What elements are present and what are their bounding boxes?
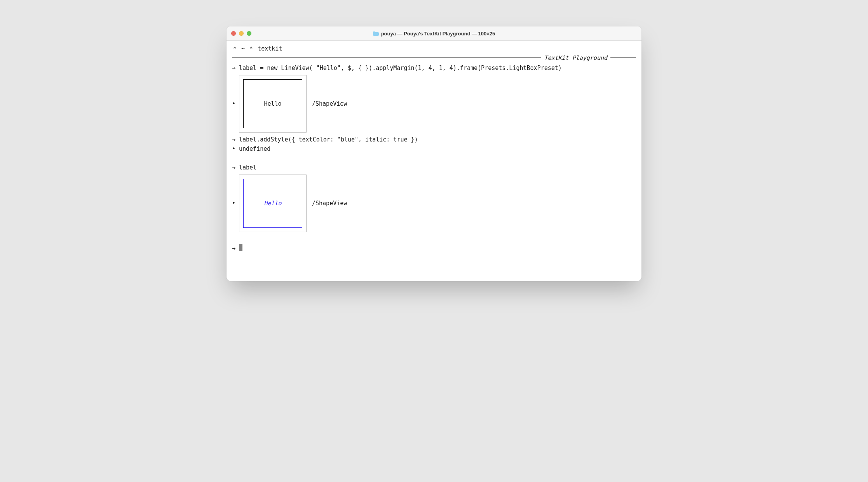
- titlebar[interactable]: pouya — Pouya's TextKit Playground — 100…: [227, 26, 641, 41]
- prompt-arrow-icon: →: [232, 244, 239, 253]
- repl-command-3: label: [239, 163, 256, 172]
- repl-output-2: • undefined: [232, 144, 636, 154]
- minimize-icon[interactable]: [239, 31, 244, 36]
- window-title: pouya — Pouya's TextKit Playground — 100…: [227, 31, 641, 37]
- close-icon[interactable]: [231, 31, 236, 36]
- traffic-lights: [231, 31, 251, 36]
- shapeview-inner-box-blue: Hello: [243, 179, 302, 228]
- banner-rule: TextKit Playground: [232, 53, 636, 63]
- repl-output-3: • Hello /ShapeView: [232, 175, 636, 232]
- shapeview-text-styled: Hello: [264, 199, 281, 208]
- repl-input-3: → label: [232, 163, 636, 172]
- shapeview-outer-box: Hello: [239, 75, 307, 133]
- prompt-arrow-icon: →: [232, 63, 239, 73]
- terminal-body[interactable]: ＊ ~ ＊ textkit TextKit Playground → label…: [227, 41, 641, 281]
- output-value: undefined: [239, 144, 270, 154]
- output-type-tag: /ShapeView: [312, 99, 347, 108]
- terminal-window: pouya — Pouya's TextKit Playground — 100…: [227, 26, 641, 281]
- repl-output-1: • Hello /ShapeView: [232, 75, 636, 133]
- prompt-arrow-icon: →: [232, 163, 239, 172]
- repl-input-current[interactable]: →: [232, 244, 636, 253]
- zoom-icon[interactable]: [247, 31, 251, 36]
- output-type-tag: /ShapeView: [312, 199, 347, 208]
- rule-line-right: [610, 58, 636, 58]
- folder-icon: [373, 31, 379, 36]
- output-bullet-icon: •: [232, 199, 239, 208]
- prompt-arrow-icon: →: [232, 135, 239, 144]
- shapeview-text: Hello: [264, 99, 281, 108]
- banner-label: TextKit Playground: [541, 53, 610, 63]
- shell-prompt: ＊ ~ ＊ textkit: [232, 44, 282, 53]
- repl-command-1: label = new LineView( "Hello", $, { }).a…: [239, 63, 562, 73]
- window-title-text: pouya — Pouya's TextKit Playground — 100…: [381, 31, 495, 37]
- cursor-icon: [239, 244, 242, 251]
- shell-prompt-line: ＊ ~ ＊ textkit: [232, 44, 636, 53]
- output-bullet-icon: •: [232, 99, 239, 108]
- shapeview-outer-box: Hello: [239, 175, 307, 232]
- repl-command-2: label.addStyle({ textColor: "blue", ital…: [239, 135, 418, 144]
- rule-line-left: [232, 58, 541, 58]
- repl-input-2: → label.addStyle({ textColor: "blue", it…: [232, 135, 636, 144]
- repl-input-1: → label = new LineView( "Hello", $, { })…: [232, 63, 636, 73]
- shapeview-inner-box: Hello: [243, 79, 302, 128]
- output-bullet-icon: •: [232, 144, 239, 154]
